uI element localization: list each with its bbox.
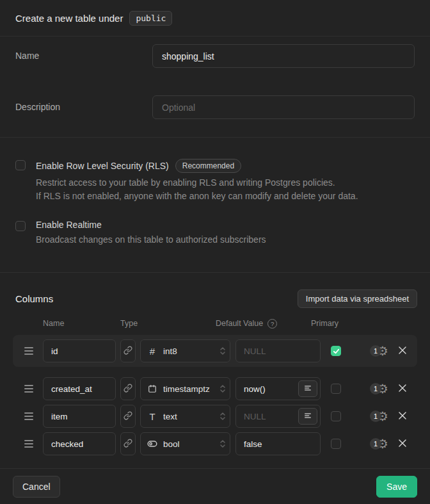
link-icon: [123, 346, 132, 357]
dialog-header: Create a new table under public: [0, 0, 430, 37]
column-type-select[interactable]: timestamptz: [140, 377, 230, 400]
primary-key-checkbox[interactable]: [331, 384, 341, 394]
link-icon: [123, 439, 132, 450]
chevron-updown-icon: [219, 439, 226, 449]
drag-handle-icon[interactable]: [24, 440, 33, 448]
save-button[interactable]: Save: [376, 476, 417, 498]
header-type: Type: [120, 319, 216, 328]
list-icon: [304, 412, 312, 421]
header-primary: Primary: [311, 319, 338, 328]
default-suggestions-button[interactable]: [298, 380, 317, 397]
header-default-value: Default Value ?: [216, 319, 311, 329]
x-icon: [398, 439, 407, 450]
realtime-label: Enable Realtime: [36, 220, 102, 230]
drag-handle-icon[interactable]: [24, 347, 33, 355]
calendar-icon: [147, 384, 157, 393]
columns-section: Columns Import data via spreadsheet Name…: [0, 273, 430, 469]
primary-key-checkbox[interactable]: [331, 439, 341, 449]
column-type-select[interactable]: T text: [140, 405, 230, 428]
column-type-label: timestamptz: [163, 384, 214, 394]
rls-description: Restrict access to your table by enablin…: [36, 176, 358, 203]
name-row: Name: [15, 44, 415, 68]
toggle-icon: [147, 440, 157, 448]
description-row: Description: [15, 95, 415, 119]
description-label: Description: [15, 95, 152, 112]
columns-rows: # int8 1 ⚙: [0, 335, 430, 455]
cancel-button[interactable]: Cancel: [13, 476, 60, 498]
text-icon: T: [147, 411, 157, 422]
rls-checkbox[interactable]: [15, 160, 26, 170]
column-row-id: # int8 1 ⚙: [13, 335, 417, 367]
drag-handle-icon[interactable]: [24, 385, 33, 393]
link-icon: [123, 384, 132, 394]
column-name-input[interactable]: [43, 432, 116, 455]
column-name-input[interactable]: [43, 405, 116, 428]
column-type-select[interactable]: # int8: [140, 339, 230, 362]
foreign-key-button[interactable]: [120, 432, 136, 455]
rls-block: Enable Row Level Security (RLS) Recommen…: [15, 159, 415, 203]
dialog-footer: Cancel Save: [0, 469, 430, 504]
column-row-checked: bool 1 ⚙: [0, 432, 430, 455]
column-row-item: T text 1 ⚙: [0, 405, 430, 428]
chevron-updown-icon: [219, 346, 226, 356]
column-row-created-at: timestamptz 1 ⚙: [0, 377, 430, 400]
x-icon: [398, 346, 407, 357]
create-table-dialog: Create a new table under public Name Des…: [0, 0, 430, 504]
column-default-input[interactable]: [235, 432, 321, 455]
remove-column-button[interactable]: [397, 439, 408, 449]
column-default-input[interactable]: [235, 339, 321, 362]
remove-column-button[interactable]: [397, 384, 408, 394]
column-name-input[interactable]: [43, 339, 116, 362]
primary-key-checkbox[interactable]: [331, 411, 341, 421]
header-name: Name: [43, 319, 120, 328]
default-value-wrap: [235, 432, 321, 455]
column-settings-button[interactable]: 1 ⚙: [370, 345, 388, 357]
column-settings-button[interactable]: 1 ⚙: [370, 410, 388, 423]
x-icon: [398, 411, 407, 422]
column-type-label: bool: [163, 439, 214, 449]
realtime-description: Broadcast changes on this table to autho…: [36, 233, 266, 247]
recommended-badge: Recommended: [175, 159, 241, 173]
options-section: Enable Row Level Security (RLS) Recommen…: [0, 138, 430, 273]
chevron-updown-icon: [219, 384, 226, 394]
column-type-label: text: [163, 412, 214, 421]
list-icon: [304, 384, 312, 394]
realtime-block: Enable Realtime Broadcast changes on thi…: [15, 220, 415, 247]
general-section: Name Description: [0, 37, 430, 138]
import-spreadsheet-button[interactable]: Import data via spreadsheet: [298, 289, 417, 308]
dialog-title: Create a new table under: [15, 13, 123, 24]
default-value-wrap: [235, 405, 321, 428]
realtime-checkbox[interactable]: [15, 221, 26, 231]
rls-texts: Enable Row Level Security (RLS) Recommen…: [36, 159, 358, 203]
default-suggestions-button[interactable]: [298, 408, 317, 425]
remove-column-button[interactable]: [397, 346, 408, 356]
default-value-wrap: [235, 377, 321, 400]
link-icon: [123, 411, 132, 422]
table-description-input[interactable]: [152, 95, 415, 119]
remove-column-button[interactable]: [397, 411, 408, 421]
question-circle-icon[interactable]: ?: [267, 319, 277, 329]
column-settings-button[interactable]: 1 ⚙: [370, 437, 388, 450]
primary-key-checkbox[interactable]: [331, 346, 341, 356]
default-value-wrap: [235, 339, 321, 362]
column-type-label: int8: [163, 346, 214, 356]
rls-label: Enable Row Level Security (RLS): [36, 161, 169, 171]
column-type-select[interactable]: bool: [140, 432, 230, 455]
chevron-updown-icon: [219, 411, 226, 421]
foreign-key-button[interactable]: [120, 405, 136, 428]
foreign-key-button[interactable]: [120, 339, 136, 362]
table-name-input[interactable]: [152, 44, 415, 68]
hash-icon: #: [147, 346, 157, 357]
column-settings-button[interactable]: 1 ⚙: [370, 382, 388, 395]
columns-heading: Columns: [15, 293, 53, 304]
x-icon: [398, 384, 407, 394]
columns-table-headers: Name Type Default Value ? Primary: [0, 318, 430, 329]
name-label: Name: [15, 44, 152, 61]
foreign-key-button[interactable]: [120, 377, 136, 400]
realtime-texts: Enable Realtime Broadcast changes on thi…: [36, 220, 266, 247]
drag-handle-icon[interactable]: [24, 412, 33, 420]
column-name-input[interactable]: [43, 377, 116, 400]
schema-chip: public: [129, 11, 172, 26]
